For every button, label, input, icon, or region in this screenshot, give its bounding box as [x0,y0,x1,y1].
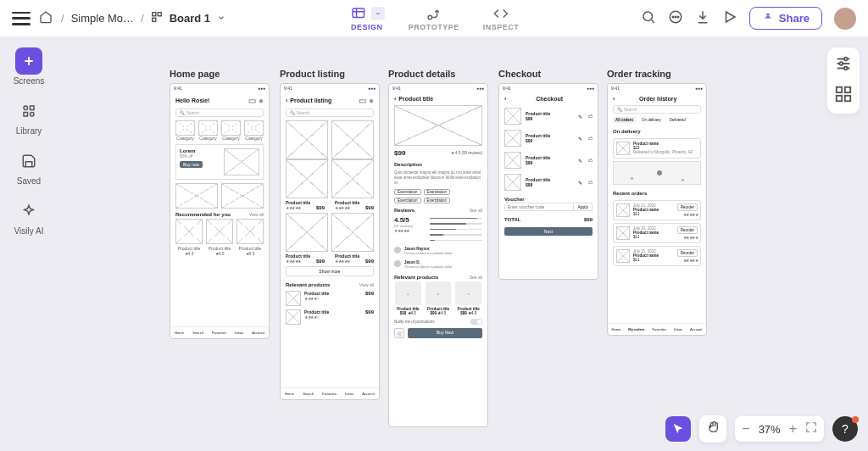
design-dropdown[interactable] [371,7,385,20]
left-rail: Screens Library Saved Visily AI [8,47,49,236]
svg-point-14 [31,113,35,117]
svg-point-18 [839,62,843,65]
breadcrumb-board[interactable]: Board 1 [170,12,210,25]
svg-point-16 [844,58,848,61]
label-tracking: Order tracking [607,69,671,79]
svg-point-9 [677,16,679,18]
mode-nav: DESIGN PROTOTYPE INSPECT [349,6,519,31]
rail-screens[interactable]: Screens [14,47,45,86]
svg-rect-23 [837,96,842,101]
svg-rect-21 [837,87,842,92]
svg-rect-0 [152,13,155,16]
search-icon[interactable] [641,9,656,28]
comments-icon[interactable] [668,9,683,28]
zoom-out-button[interactable]: − [742,421,749,437]
svg-marker-10 [726,12,735,22]
play-icon[interactable] [722,9,737,28]
layers-icon[interactable] [834,85,853,107]
rail-library[interactable]: Library [15,97,42,136]
label-home: Home page [170,69,220,79]
fit-icon[interactable] [805,421,817,437]
svg-point-11 [24,106,28,110]
breadcrumb-project[interactable]: Simple Mo… [71,12,134,25]
rail-saved[interactable]: Saved [15,148,42,186]
home-icon[interactable] [39,10,53,27]
rail-visily-ai[interactable]: Visily AI [14,198,44,236]
svg-rect-24 [845,96,850,101]
board-dropdown-icon[interactable] [217,12,225,25]
help-button[interactable]: ? [832,416,858,442]
inspect-icon [492,6,510,21]
artboard-home[interactable]: 9:41●●● Hello Rosie!▭● 🔍 Search Category… [170,83,270,339]
svg-rect-13 [24,113,28,117]
artboard-details[interactable]: 9:41●●● ‹Product title $99★ 4.5 (99 revi… [388,83,488,427]
svg-rect-22 [845,87,850,92]
artboard-listing[interactable]: 9:41●●● ‹Product listing▭● 🔍 Search Prod… [280,83,380,400]
pan-tool[interactable] [706,420,720,437]
svg-point-20 [844,67,848,70]
board-icon [151,11,163,25]
filters-icon[interactable] [834,54,853,76]
prototype-icon [425,6,443,21]
menu-button[interactable] [12,12,31,25]
download-icon[interactable] [695,9,710,28]
design-icon [349,6,368,21]
top-bar: / Simple Mo… / Board 1 DESIGN PROTOTYPE … [0,0,868,37]
svg-rect-1 [158,13,161,16]
svg-rect-2 [152,18,155,21]
svg-point-5 [643,12,653,21]
nav-inspect[interactable]: INSPECT [483,6,520,31]
zoom-value[interactable]: 37% [759,423,781,436]
label-details: Product details [388,69,455,79]
zoom-in-button[interactable]: + [789,421,797,437]
share-button[interactable]: Share [749,7,822,30]
right-rail [827,47,860,114]
nav-prototype[interactable]: PROTOTYPE [409,6,459,31]
canvas[interactable]: Home page Product listing Product detail… [59,47,817,409]
bottom-bar: − 37% + ? [665,415,858,443]
svg-point-4 [428,15,432,19]
nav-design[interactable]: DESIGN [349,6,385,31]
avatar[interactable] [834,8,856,30]
svg-point-8 [675,16,676,18]
breadcrumb: / Simple Mo… / Board 1 [61,11,225,25]
svg-point-7 [672,16,674,18]
svg-rect-3 [353,8,364,18]
artboard-checkout[interactable]: 9:41●●● ‹Checkout Product title$99✎x5 Pr… [498,83,598,280]
label-listing: Product listing [280,69,345,79]
artboard-tracking[interactable]: 9:41●●● ‹Order history 🔍 Search All orde… [607,83,707,336]
label-checkout: Checkout [498,69,541,79]
cursor-tool[interactable] [665,416,691,442]
svg-rect-12 [31,106,35,110]
